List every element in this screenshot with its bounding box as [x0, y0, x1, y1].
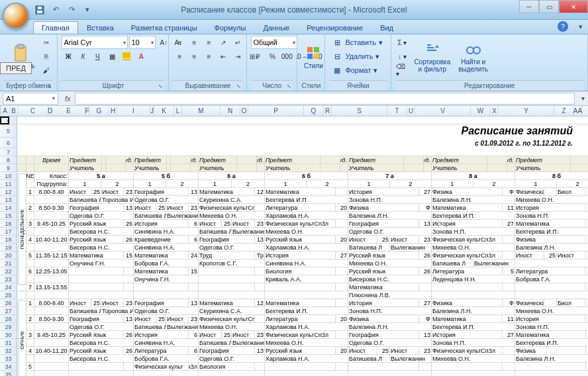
row-head[interactable]: 5: [0, 124, 17, 138]
underline-button[interactable]: Ч: [91, 50, 104, 63]
cell[interactable]: Математика: [515, 331, 586, 339]
cell[interactable]: [255, 363, 265, 371]
cell[interactable]: Иност: [134, 204, 156, 212]
tab-layout[interactable]: Разметка страницы: [122, 21, 206, 34]
cell[interactable]: Литература: [432, 267, 503, 275]
cell[interactable]: 23: [124, 299, 134, 307]
cell[interactable]: [34, 212, 69, 220]
row-head[interactable]: 8: [0, 156, 17, 164]
cell[interactable]: Физическая культСп3л: [199, 315, 255, 323]
spreadsheet-grid[interactable]: ABCDEFGHIJKLMNOPQRSTUVWXYZAAABACADAEAFAG…: [0, 106, 588, 376]
cell[interactable]: Биология: [199, 363, 255, 371]
cell[interactable]: [503, 363, 515, 371]
cell[interactable]: [255, 204, 265, 212]
cell[interactable]: [199, 371, 265, 376]
cell[interactable]: 23: [419, 347, 432, 355]
row-head[interactable]: 14: [0, 204, 17, 212]
cell[interactable]: Боброва Г.А.: [515, 275, 588, 283]
cell[interactable]: [544, 188, 557, 196]
cell[interactable]: Кропотов С.Г.: [199, 259, 265, 267]
align-middle-icon[interactable]: ≡: [187, 36, 201, 49]
cell[interactable]: Батишева Л: [199, 228, 232, 236]
col-head-Y[interactable]: Y: [499, 106, 554, 116]
number-format-combobox[interactable]: Общий▾: [251, 36, 297, 49]
cell[interactable]: Батишева Л: [134, 212, 166, 220]
cell[interactable]: 1: [26, 299, 34, 307]
cell[interactable]: География: [134, 188, 189, 196]
cell[interactable]: [503, 347, 515, 355]
cell[interactable]: [69, 267, 124, 275]
cell[interactable]: Одегова О.Г.: [134, 196, 199, 204]
cell[interactable]: [487, 164, 507, 172]
cell[interactable]: 5: [26, 252, 34, 259]
cell[interactable]: Биология: [265, 267, 336, 275]
autosum-icon[interactable]: Σ ▾: [395, 36, 409, 49]
cell[interactable]: [124, 363, 134, 371]
cell[interactable]: [255, 283, 265, 291]
cell[interactable]: Михеева О.Н.: [515, 307, 588, 315]
cell[interactable]: 6 а: [199, 172, 265, 180]
cell[interactable]: 7 а: [348, 172, 432, 180]
cell[interactable]: История: [432, 220, 503, 228]
cell[interactable]: 12: [255, 188, 265, 196]
col-head-K[interactable]: K: [154, 106, 174, 116]
cell[interactable]: [191, 164, 199, 172]
cell[interactable]: 25: [156, 315, 166, 323]
cell[interactable]: 4: [26, 347, 34, 355]
cell[interactable]: [336, 363, 348, 371]
cell[interactable]: Ауд.: [126, 156, 134, 164]
cell[interactable]: География: [69, 315, 124, 323]
cell[interactable]: Ф: [503, 188, 515, 196]
cell[interactable]: Физическая культ: [134, 363, 189, 371]
col-head-L[interactable]: L: [174, 106, 182, 116]
cell[interactable]: [432, 283, 503, 291]
cell[interactable]: 26: [419, 252, 432, 259]
cell[interactable]: [17, 291, 26, 299]
cell[interactable]: Иност: [166, 204, 189, 212]
col-head-Z[interactable]: Z: [554, 106, 574, 116]
col-head-P[interactable]: P: [248, 106, 304, 116]
cell[interactable]: 3: [26, 220, 34, 228]
cell[interactable]: [199, 291, 265, 299]
cell[interactable]: Физическая культСп3л: [432, 236, 503, 244]
cell[interactable]: [336, 188, 348, 196]
cell[interactable]: 11: [503, 315, 515, 323]
cell[interactable]: [26, 180, 34, 188]
cell[interactable]: Иност: [390, 347, 419, 355]
cell[interactable]: 2: [307, 180, 348, 188]
align-launcher-icon[interactable]: ⤡: [236, 83, 241, 89]
cell[interactable]: Физика: [348, 204, 419, 212]
cell[interactable]: [26, 323, 34, 331]
cell[interactable]: Краеведение: [134, 236, 189, 244]
row-head[interactable]: 22: [0, 267, 17, 275]
col-head-U[interactable]: U: [407, 106, 415, 116]
cell[interactable]: 5: [26, 363, 34, 371]
cell[interactable]: Физическая культСп3л: [515, 299, 544, 307]
cell[interactable]: Зонова Н.П.: [348, 307, 432, 315]
cell[interactable]: [257, 164, 265, 172]
font-launcher-icon[interactable]: ⤡: [158, 83, 163, 89]
increase-indent-icon[interactable]: ⇥: [231, 50, 244, 63]
cell[interactable]: Одегова О.Г.: [199, 355, 265, 363]
row-head[interactable]: 12: [0, 188, 17, 196]
col-head-X[interactable]: X: [491, 106, 499, 116]
cell[interactable]: [26, 164, 34, 172]
row-head[interactable]: 6: [0, 138, 17, 148]
cell[interactable]: Зонова Н.П.: [515, 323, 588, 331]
cell[interactable]: Балезина Л.Н.: [432, 196, 515, 204]
cell[interactable]: Михеева О.Н.: [265, 339, 348, 347]
cell[interactable]: [515, 291, 588, 299]
cell[interactable]: Зонова Н.П.: [348, 196, 432, 204]
cell[interactable]: Харламова Н.А.: [265, 323, 348, 331]
cell[interactable]: 1: [348, 180, 390, 188]
qat-dropdown-icon[interactable]: ▾: [81, 3, 94, 17]
copy-icon[interactable]: ⎘: [40, 50, 53, 63]
maximize-button[interactable]: ▭: [539, 0, 559, 13]
bold-button[interactable]: Ж: [62, 50, 75, 63]
cell[interactable]: 8.00-8.40: [34, 188, 69, 196]
cell[interactable]: 26: [124, 331, 134, 339]
cell[interactable]: Вылегжанин: [166, 212, 199, 220]
italic-button[interactable]: К: [76, 50, 89, 63]
cell[interactable]: Харламова Н.А.: [265, 355, 348, 363]
cell[interactable]: 13: [419, 220, 432, 228]
